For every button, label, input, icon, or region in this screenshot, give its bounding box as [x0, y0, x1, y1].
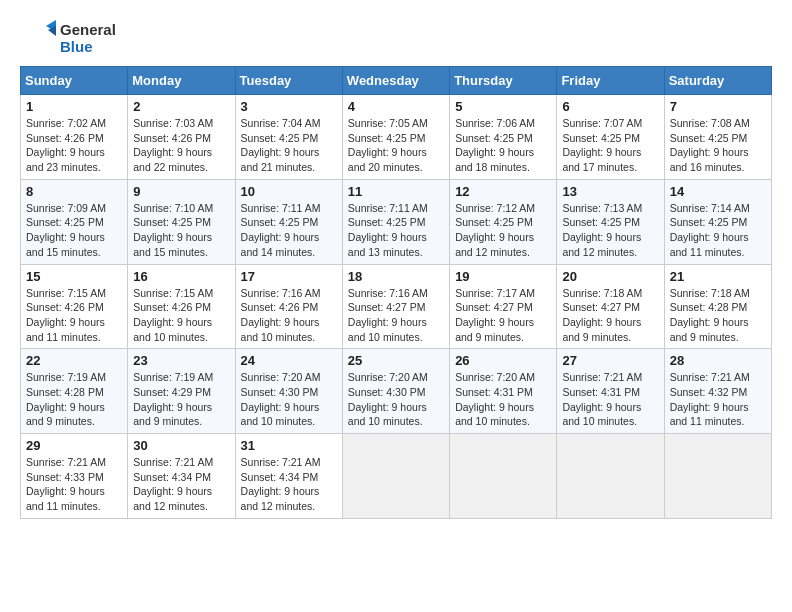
day-number: 17 [241, 269, 337, 284]
calendar-day-cell: 30Sunrise: 7:21 AMSunset: 4:34 PMDayligh… [128, 434, 235, 519]
calendar-day-cell: 18Sunrise: 7:16 AMSunset: 4:27 PMDayligh… [342, 264, 449, 349]
day-info: Sunrise: 7:18 AMSunset: 4:28 PMDaylight:… [670, 286, 766, 345]
calendar-day-cell: 25Sunrise: 7:20 AMSunset: 4:30 PMDayligh… [342, 349, 449, 434]
day-number: 16 [133, 269, 229, 284]
calendar-day-cell: 23Sunrise: 7:19 AMSunset: 4:29 PMDayligh… [128, 349, 235, 434]
weekday-header-cell: Monday [128, 67, 235, 95]
day-info: Sunrise: 7:08 AMSunset: 4:25 PMDaylight:… [670, 116, 766, 175]
calendar-day-cell: 8Sunrise: 7:09 AMSunset: 4:25 PMDaylight… [21, 179, 128, 264]
day-info: Sunrise: 7:09 AMSunset: 4:25 PMDaylight:… [26, 201, 122, 260]
calendar-day-cell: 14Sunrise: 7:14 AMSunset: 4:25 PMDayligh… [664, 179, 771, 264]
day-info: Sunrise: 7:21 AMSunset: 4:31 PMDaylight:… [562, 370, 658, 429]
day-number: 30 [133, 438, 229, 453]
day-number: 7 [670, 99, 766, 114]
day-number: 3 [241, 99, 337, 114]
calendar-day-cell: 1Sunrise: 7:02 AMSunset: 4:26 PMDaylight… [21, 95, 128, 180]
calendar-day-cell: 16Sunrise: 7:15 AMSunset: 4:26 PMDayligh… [128, 264, 235, 349]
day-info: Sunrise: 7:11 AMSunset: 4:25 PMDaylight:… [241, 201, 337, 260]
calendar-day-cell: 5Sunrise: 7:06 AMSunset: 4:25 PMDaylight… [450, 95, 557, 180]
calendar-day-cell: 4Sunrise: 7:05 AMSunset: 4:25 PMDaylight… [342, 95, 449, 180]
day-info: Sunrise: 7:19 AMSunset: 4:28 PMDaylight:… [26, 370, 122, 429]
calendar-day-cell: 20Sunrise: 7:18 AMSunset: 4:27 PMDayligh… [557, 264, 664, 349]
day-number: 20 [562, 269, 658, 284]
calendar-day-cell: 3Sunrise: 7:04 AMSunset: 4:25 PMDaylight… [235, 95, 342, 180]
day-number: 13 [562, 184, 658, 199]
day-number: 29 [26, 438, 122, 453]
calendar-week-row: 15Sunrise: 7:15 AMSunset: 4:26 PMDayligh… [21, 264, 772, 349]
calendar-day-cell: 10Sunrise: 7:11 AMSunset: 4:25 PMDayligh… [235, 179, 342, 264]
day-info: Sunrise: 7:03 AMSunset: 4:26 PMDaylight:… [133, 116, 229, 175]
day-number: 31 [241, 438, 337, 453]
calendar-day-cell: 19Sunrise: 7:17 AMSunset: 4:27 PMDayligh… [450, 264, 557, 349]
day-info: Sunrise: 7:20 AMSunset: 4:31 PMDaylight:… [455, 370, 551, 429]
calendar-week-row: 8Sunrise: 7:09 AMSunset: 4:25 PMDaylight… [21, 179, 772, 264]
day-number: 21 [670, 269, 766, 284]
day-info: Sunrise: 7:10 AMSunset: 4:25 PMDaylight:… [133, 201, 229, 260]
calendar-day-cell: 2Sunrise: 7:03 AMSunset: 4:26 PMDaylight… [128, 95, 235, 180]
day-info: Sunrise: 7:21 AMSunset: 4:34 PMDaylight:… [133, 455, 229, 514]
day-number: 2 [133, 99, 229, 114]
day-number: 23 [133, 353, 229, 368]
day-info: Sunrise: 7:16 AMSunset: 4:27 PMDaylight:… [348, 286, 444, 345]
calendar-day-cell: 9Sunrise: 7:10 AMSunset: 4:25 PMDaylight… [128, 179, 235, 264]
calendar-week-row: 1Sunrise: 7:02 AMSunset: 4:26 PMDaylight… [21, 95, 772, 180]
day-info: Sunrise: 7:20 AMSunset: 4:30 PMDaylight:… [241, 370, 337, 429]
day-info: Sunrise: 7:13 AMSunset: 4:25 PMDaylight:… [562, 201, 658, 260]
day-number: 12 [455, 184, 551, 199]
calendar-day-cell: 11Sunrise: 7:11 AMSunset: 4:25 PMDayligh… [342, 179, 449, 264]
day-info: Sunrise: 7:20 AMSunset: 4:30 PMDaylight:… [348, 370, 444, 429]
day-info: Sunrise: 7:21 AMSunset: 4:33 PMDaylight:… [26, 455, 122, 514]
calendar-day-cell: 12Sunrise: 7:12 AMSunset: 4:25 PMDayligh… [450, 179, 557, 264]
calendar-day-cell: 22Sunrise: 7:19 AMSunset: 4:28 PMDayligh… [21, 349, 128, 434]
day-number: 15 [26, 269, 122, 284]
weekday-header-cell: Thursday [450, 67, 557, 95]
weekday-header-cell: Tuesday [235, 67, 342, 95]
day-info: Sunrise: 7:07 AMSunset: 4:25 PMDaylight:… [562, 116, 658, 175]
calendar-day-cell: 29Sunrise: 7:21 AMSunset: 4:33 PMDayligh… [21, 434, 128, 519]
header: General Blue [20, 20, 772, 56]
calendar-week-row: 29Sunrise: 7:21 AMSunset: 4:33 PMDayligh… [21, 434, 772, 519]
weekday-header-cell: Friday [557, 67, 664, 95]
day-info: Sunrise: 7:17 AMSunset: 4:27 PMDaylight:… [455, 286, 551, 345]
day-info: Sunrise: 7:14 AMSunset: 4:25 PMDaylight:… [670, 201, 766, 260]
calendar-empty-cell [450, 434, 557, 519]
day-number: 26 [455, 353, 551, 368]
weekday-header-cell: Wednesday [342, 67, 449, 95]
calendar-day-cell: 26Sunrise: 7:20 AMSunset: 4:31 PMDayligh… [450, 349, 557, 434]
calendar-empty-cell [664, 434, 771, 519]
day-number: 5 [455, 99, 551, 114]
weekday-header-row: SundayMondayTuesdayWednesdayThursdayFrid… [21, 67, 772, 95]
day-number: 18 [348, 269, 444, 284]
weekday-header-cell: Sunday [21, 67, 128, 95]
day-number: 8 [26, 184, 122, 199]
calendar-day-cell: 27Sunrise: 7:21 AMSunset: 4:31 PMDayligh… [557, 349, 664, 434]
day-number: 19 [455, 269, 551, 284]
calendar-empty-cell [342, 434, 449, 519]
calendar-table: SundayMondayTuesdayWednesdayThursdayFrid… [20, 66, 772, 519]
day-number: 1 [26, 99, 122, 114]
day-info: Sunrise: 7:15 AMSunset: 4:26 PMDaylight:… [133, 286, 229, 345]
day-info: Sunrise: 7:11 AMSunset: 4:25 PMDaylight:… [348, 201, 444, 260]
day-number: 11 [348, 184, 444, 199]
day-number: 24 [241, 353, 337, 368]
calendar-empty-cell [557, 434, 664, 519]
weekday-header-cell: Saturday [664, 67, 771, 95]
calendar-day-cell: 24Sunrise: 7:20 AMSunset: 4:30 PMDayligh… [235, 349, 342, 434]
day-number: 10 [241, 184, 337, 199]
day-info: Sunrise: 7:15 AMSunset: 4:26 PMDaylight:… [26, 286, 122, 345]
day-number: 28 [670, 353, 766, 368]
calendar-day-cell: 17Sunrise: 7:16 AMSunset: 4:26 PMDayligh… [235, 264, 342, 349]
day-info: Sunrise: 7:19 AMSunset: 4:29 PMDaylight:… [133, 370, 229, 429]
day-info: Sunrise: 7:21 AMSunset: 4:34 PMDaylight:… [241, 455, 337, 514]
day-info: Sunrise: 7:18 AMSunset: 4:27 PMDaylight:… [562, 286, 658, 345]
calendar-day-cell: 7Sunrise: 7:08 AMSunset: 4:25 PMDaylight… [664, 95, 771, 180]
day-number: 9 [133, 184, 229, 199]
day-info: Sunrise: 7:12 AMSunset: 4:25 PMDaylight:… [455, 201, 551, 260]
calendar-week-row: 22Sunrise: 7:19 AMSunset: 4:28 PMDayligh… [21, 349, 772, 434]
day-info: Sunrise: 7:16 AMSunset: 4:26 PMDaylight:… [241, 286, 337, 345]
day-info: Sunrise: 7:02 AMSunset: 4:26 PMDaylight:… [26, 116, 122, 175]
day-info: Sunrise: 7:21 AMSunset: 4:32 PMDaylight:… [670, 370, 766, 429]
day-info: Sunrise: 7:06 AMSunset: 4:25 PMDaylight:… [455, 116, 551, 175]
logo: General Blue [20, 20, 116, 56]
day-info: Sunrise: 7:05 AMSunset: 4:25 PMDaylight:… [348, 116, 444, 175]
